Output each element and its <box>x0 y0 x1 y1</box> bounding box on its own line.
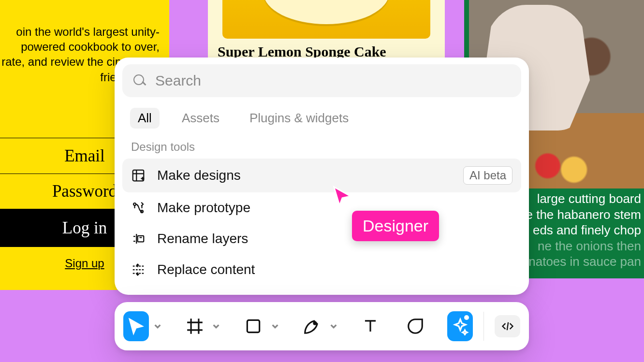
ai-beta-badge: AI beta <box>463 166 512 185</box>
pen-tool[interactable] <box>299 311 325 341</box>
search-bar[interactable] <box>122 64 521 97</box>
svg-point-5 <box>314 322 316 324</box>
tab-all[interactable]: All <box>130 108 160 129</box>
comment-tool[interactable] <box>403 311 428 341</box>
action-label: Rename layers <box>157 231 248 246</box>
frame-tool-caret[interactable] <box>211 322 221 330</box>
replace-content-icon <box>131 262 146 277</box>
section-design-tools: Design tools <box>122 133 521 159</box>
make-designs-icon <box>131 168 146 183</box>
multiplayer-cursor <box>331 185 353 207</box>
rename-layers-icon <box>131 232 146 246</box>
pen-tool-caret[interactable] <box>329 322 338 330</box>
ai-actions-tool[interactable] <box>447 311 473 341</box>
action-label: Make prototype <box>157 200 250 216</box>
action-label: Make designs <box>157 168 241 183</box>
shape-tool-caret[interactable] <box>270 322 279 330</box>
action-replace-content[interactable]: Replace content <box>122 254 521 285</box>
dev-mode-toggle[interactable] <box>495 315 520 337</box>
action-label: Replace content <box>157 262 255 277</box>
rectangle-tool[interactable] <box>240 311 266 341</box>
search-icon <box>133 74 146 87</box>
text-tool[interactable] <box>358 311 383 341</box>
cursor-user-label: Designer <box>352 211 439 241</box>
recipe-image-mock <box>222 0 430 39</box>
move-tool[interactable] <box>123 311 149 341</box>
tab-assets[interactable]: Assets <box>174 108 227 129</box>
actions-panel: All Assets Plugins & widgets Design tool… <box>115 58 529 295</box>
tab-plugins-widgets[interactable]: Plugins & widgets <box>242 108 356 129</box>
svg-rect-4 <box>247 320 259 332</box>
bottom-toolbar <box>115 302 529 350</box>
make-prototype-icon <box>131 201 146 215</box>
action-make-prototype[interactable]: Make prototype <box>122 192 521 223</box>
toolbar-divider <box>483 312 484 341</box>
frame-tool[interactable] <box>182 311 207 341</box>
move-tool-caret[interactable] <box>153 322 162 330</box>
svg-rect-3 <box>138 236 144 242</box>
action-make-designs[interactable]: Make designs AI beta <box>122 159 521 192</box>
action-rename-layers[interactable]: Rename layers <box>122 223 521 254</box>
signup-link-mock: Sign up <box>65 257 104 270</box>
search-input[interactable] <box>155 72 511 89</box>
search-tabs: All Assets Plugins & widgets <box>122 97 521 133</box>
